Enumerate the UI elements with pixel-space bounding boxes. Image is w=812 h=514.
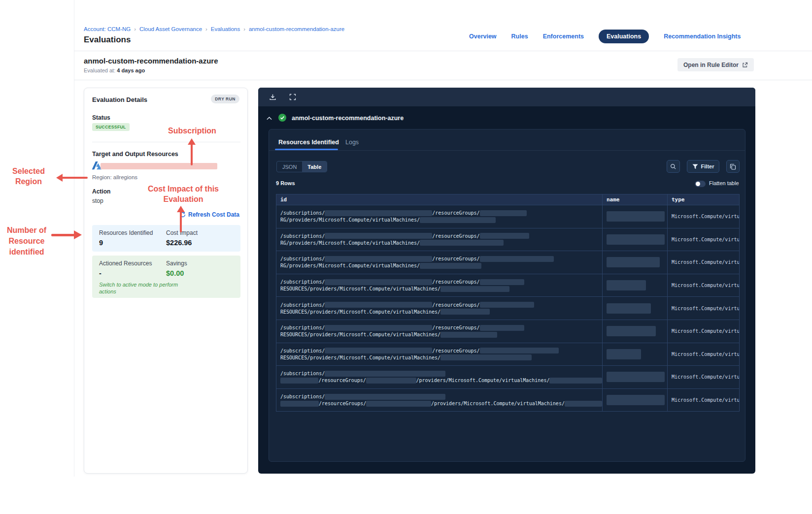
subscription-redacted-bar xyxy=(101,163,217,169)
annotation-arrowhead xyxy=(74,230,82,239)
collapse-chevron-icon[interactable] xyxy=(266,116,272,121)
type-cell: Microsoft.Compute/virtu xyxy=(667,274,739,297)
redacted-value xyxy=(607,349,641,359)
resource-path-text: /subscriptions/ xyxy=(280,233,325,239)
name-cell xyxy=(602,320,667,343)
table-row[interactable]: /subscriptions//resourceGroups/RG/provid… xyxy=(276,228,739,251)
results-table: id name type /subscriptions//resourceGro… xyxy=(276,194,740,412)
tab-logs[interactable]: Logs xyxy=(345,139,359,146)
results-table-body: /subscriptions//resourceGroups/RG/provid… xyxy=(276,205,739,411)
redacted-value xyxy=(440,354,532,360)
redacted-value xyxy=(325,394,445,400)
flatten-table-label: Flatten table xyxy=(709,180,739,186)
fullscreen-icon[interactable] xyxy=(289,94,296,100)
results-table-header: id name type xyxy=(276,194,739,205)
type-cell: Microsoft.Compute/virtu xyxy=(667,343,739,366)
view-mode-toggle: JSON Table xyxy=(276,161,327,172)
annotation-subscription: Subscription xyxy=(163,126,222,136)
copy-button[interactable] xyxy=(726,160,740,173)
breadcrumb-evaluations[interactable]: Evaluations xyxy=(211,26,240,32)
id-cell: /subscriptions//resourceGroups/RESOURCES… xyxy=(276,320,602,343)
redacted-value xyxy=(607,303,651,314)
view-json-option[interactable]: JSON xyxy=(277,161,302,172)
action-label: Action xyxy=(92,188,110,195)
resources-cost-box: Resources Identified 9 Cost Impact $226.… xyxy=(92,225,240,252)
redacted-value xyxy=(607,280,646,290)
table-row[interactable]: /subscriptions//resourceGroups/RG/provid… xyxy=(276,205,739,228)
breadcrumb-governance[interactable]: Cloud Asset Governance xyxy=(139,26,202,32)
resource-path-text: RG/providers/Microsoft.Compute/virtualMa… xyxy=(280,240,420,246)
name-cell xyxy=(602,251,667,274)
search-icon xyxy=(670,163,677,170)
name-cell xyxy=(602,274,667,297)
nav-recommendation-insights[interactable]: Recommendation Insights xyxy=(664,33,741,40)
tab-resources-identified[interactable]: Resources Identified xyxy=(278,139,339,146)
resource-path-text: RESOURCES/providers/Microsoft.Compute/vi… xyxy=(280,309,440,315)
resource-path-text: RG/providers/Microsoft.Compute/virtualMa… xyxy=(280,262,420,269)
cost-impact-label: Cost Impact xyxy=(166,229,198,236)
redacted-value xyxy=(607,234,665,245)
resources-identified-value: 9 xyxy=(99,239,103,247)
breadcrumb-account[interactable]: Account: CCM-NG xyxy=(84,26,131,32)
resource-path-text: /resourceGroups/ xyxy=(432,279,479,285)
redacted-value xyxy=(325,348,432,353)
redacted-value xyxy=(325,233,432,239)
redacted-value xyxy=(366,401,431,407)
nav-rules[interactable]: Rules xyxy=(511,33,528,40)
filter-button[interactable]: Filter xyxy=(687,160,719,173)
resource-path-text: /subscriptions/ xyxy=(280,210,325,216)
id-cell: /subscriptions//resourceGroups/RESOURCES… xyxy=(276,274,602,297)
resources-identified-label: Resources Identified xyxy=(99,229,153,236)
header-divider xyxy=(74,51,812,51)
refresh-cost-data-link[interactable]: Refresh Cost Data xyxy=(180,211,239,218)
redacted-value xyxy=(480,325,524,331)
table-row[interactable]: /subscriptions//resourceGroups/RESOURCES… xyxy=(276,343,739,366)
nav-enforcements[interactable]: Enforcements xyxy=(543,33,584,40)
redacted-value xyxy=(607,257,660,267)
search-button[interactable] xyxy=(667,160,680,173)
id-cell: /subscriptions//resourceGroups/RG/provid… xyxy=(276,251,602,274)
panel-toolbar xyxy=(258,88,755,106)
evaluated-at-value: 4 days ago xyxy=(117,67,145,73)
redacted-value xyxy=(325,256,432,262)
id-cell: /subscriptions//resourceGroups//provider… xyxy=(276,366,602,388)
id-cell: /subscriptions//resourceGroups/RESOURCES… xyxy=(276,343,602,366)
table-row[interactable]: /subscriptions//resourceGroups/RG/provid… xyxy=(276,251,739,274)
resource-path-text: /providers/Microsoft.Compute/virtualMach… xyxy=(431,400,565,407)
resource-path-text: /resourceGroups/ xyxy=(432,256,479,262)
results-inner-card: Resources Identified Logs JSON Table xyxy=(269,129,745,462)
open-rule-editor-label: Open in Rule Editor xyxy=(683,62,739,68)
evaluated-at: Evaluated at: 4 days ago xyxy=(84,67,145,73)
type-cell: Microsoft.Compute/virtu xyxy=(667,205,739,228)
action-value: stop xyxy=(92,197,103,204)
success-check-icon xyxy=(278,114,286,122)
target-resources-heading: Target and Output Resources xyxy=(92,151,178,158)
table-row[interactable]: /subscriptions//resourceGroups/RESOURCES… xyxy=(276,296,739,320)
breadcrumb-current[interactable]: anmol-custom-recommendation-azure xyxy=(249,26,344,32)
resource-path-text: /subscriptions/ xyxy=(280,256,325,262)
redacted-value xyxy=(480,302,534,308)
table-row[interactable]: /subscriptions//resourceGroups//provider… xyxy=(276,388,739,412)
view-table-option[interactable]: Table xyxy=(302,161,327,172)
nav-overview[interactable]: Overview xyxy=(469,33,497,40)
nav-evaluations[interactable]: Evaluations xyxy=(599,30,649,43)
redacted-value xyxy=(480,233,529,239)
resource-path-text: /subscriptions/ xyxy=(280,324,325,331)
resource-path-text: RESOURCES/providers/Microsoft.Compute/vi… xyxy=(280,354,440,361)
resource-path-text: /resourceGroups/ xyxy=(318,377,366,384)
flatten-table-toggle[interactable] xyxy=(695,181,706,187)
breadcrumb: Account: CCM-NG › Cloud Asset Governance… xyxy=(84,26,344,32)
download-icon[interactable] xyxy=(269,94,276,101)
redacted-value xyxy=(325,302,432,308)
open-rule-editor-button[interactable]: Open in Rule Editor xyxy=(677,58,754,71)
name-cell xyxy=(602,205,667,228)
filter-button-label: Filter xyxy=(701,163,714,169)
redacted-value xyxy=(440,286,509,292)
results-panel: anmol-custom-recommendation-azure Resour… xyxy=(258,88,755,474)
table-row[interactable]: /subscriptions//resourceGroups/RESOURCES… xyxy=(276,274,739,297)
table-row[interactable]: /subscriptions//resourceGroups/RESOURCES… xyxy=(276,320,739,343)
id-cell: /subscriptions//resourceGroups//provider… xyxy=(276,389,602,412)
table-row[interactable]: /subscriptions//resourceGroups//provider… xyxy=(276,365,739,388)
resource-path-text: /providers/Microsoft.Compute/virtualMach… xyxy=(416,377,550,384)
resource-path-text: /subscriptions/ xyxy=(280,370,325,377)
